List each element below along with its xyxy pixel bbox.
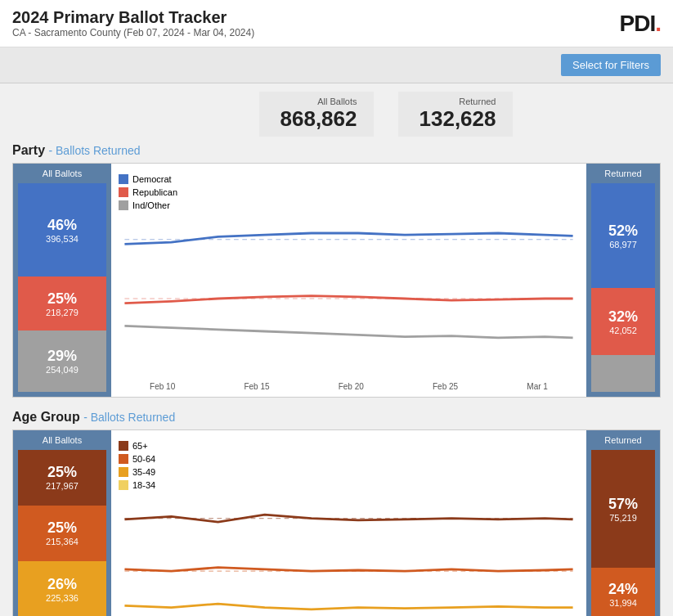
age-ret-50-segment[interactable]: 24% 31,994 <box>591 568 655 616</box>
x-label-feb15: Feb 15 <box>244 382 269 391</box>
age65-legend-label: 65+ <box>132 441 148 451</box>
age-legend-18: 18-34 <box>119 480 579 490</box>
party-dem-count: 396,534 <box>46 234 79 244</box>
page-title: 2024 Primary Ballot Tracker <box>12 8 254 27</box>
filter-bar: Select for Filters <box>0 47 673 83</box>
age-65-segment[interactable]: 25% 217,967 <box>18 450 106 506</box>
age-ret-65-segment[interactable]: 57% 75,219 <box>591 450 655 568</box>
rep-legend-dot <box>119 187 128 197</box>
x-label-feb25: Feb 25 <box>433 382 458 391</box>
logo-dot: . <box>655 11 661 36</box>
party-svg-wrapper <box>115 217 582 380</box>
age-ret-50-count: 31,994 <box>609 598 637 608</box>
party-dem-segment[interactable]: 46% 396,534 <box>18 183 106 277</box>
party-ret-rep-pct: 32% <box>608 308 638 326</box>
age-legend-35: 35-49 <box>119 467 579 477</box>
age18-legend-dot <box>119 480 128 490</box>
all-ballots-label: All Ballots <box>276 97 357 106</box>
x-label-mar1: Mar 1 <box>527 382 548 391</box>
returned-value: 132,628 <box>415 106 496 132</box>
age50-legend-label: 50-64 <box>132 454 155 464</box>
returned-label: Returned <box>415 97 496 106</box>
ind-legend-dot <box>119 200 128 210</box>
rep-legend-label: Republican <box>132 187 177 197</box>
age-50-count: 215,364 <box>46 537 79 546</box>
age65-legend-dot <box>119 441 128 451</box>
party-ret-rep-segment[interactable]: 32% 42,052 <box>591 288 655 355</box>
age-ret-50-pct: 24% <box>608 581 638 598</box>
party-line-chart <box>115 217 582 380</box>
page-subtitle: CA - Sacramento County (Feb 07, 2024 - M… <box>12 27 254 38</box>
age35-legend-dot <box>119 467 128 477</box>
party-section: Party - Ballots Returned All Ballots 46%… <box>12 143 661 398</box>
party-rep-segment[interactable]: 25% 218,279 <box>18 277 106 330</box>
party-ind-pct: 29% <box>47 348 77 365</box>
age-35-count: 225,336 <box>46 593 79 603</box>
age18-legend-label: 18-34 <box>132 480 155 490</box>
age-left-bar: All Ballots 25% 217,967 25% 215,364 26% … <box>13 430 111 616</box>
age50-legend-dot <box>119 454 128 464</box>
party-right-bar: Returned 52% 68,977 32% 42,052 <box>586 164 660 397</box>
party-ind-count: 254,049 <box>46 365 79 375</box>
age-ret-65-pct: 57% <box>608 496 638 513</box>
party-ret-dem-segment[interactable]: 52% 68,977 <box>591 183 655 288</box>
age-ret-65-count: 75,219 <box>609 513 637 523</box>
age-svg-wrapper <box>115 497 582 616</box>
party-legend: Democrat Republican Ind/Other <box>115 168 582 217</box>
all-ballots-summary: All Ballots 868,862 <box>259 92 374 137</box>
party-all-ballots-title: All Ballots <box>18 169 106 178</box>
age-line-chart <box>115 497 582 616</box>
returned-summary: Returned 132,628 <box>398 92 513 137</box>
party-rep-pct: 25% <box>47 290 77 308</box>
ind-legend-label: Ind/Other <box>132 200 170 210</box>
age-legend: 65+ 50-64 35-49 18-34 <box>115 434 582 497</box>
age-35-pct: 26% <box>47 576 77 593</box>
main-content: All Ballots 868,862 Returned 132,628 Par… <box>0 83 673 616</box>
dem-legend-dot <box>119 174 128 184</box>
party-chart-container: All Ballots 46% 396,534 25% 218,279 29% … <box>12 163 661 398</box>
x-label-feb20: Feb 20 <box>339 382 364 391</box>
age-50-pct: 25% <box>47 519 77 537</box>
summary-row: All Ballots 868,862 Returned 132,628 <box>110 92 661 137</box>
page-header: 2024 Primary Ballot Tracker CA - Sacrame… <box>0 0 673 47</box>
header-title-block: 2024 Primary Ballot Tracker CA - Sacrame… <box>12 8 254 38</box>
age-all-ballots-title: All Ballots <box>18 435 106 445</box>
party-ind-segment[interactable]: 29% 254,049 <box>18 330 106 392</box>
party-chart-area: Democrat Republican Ind/Other <box>111 164 586 397</box>
party-rep-count: 218,279 <box>46 308 79 317</box>
x-label-feb10: Feb 10 <box>150 382 175 391</box>
party-returned-title: Returned <box>591 169 655 178</box>
age-35-segment[interactable]: 26% 225,336 <box>18 561 106 617</box>
party-ret-dem-pct: 52% <box>608 223 638 240</box>
age35-legend-label: 35-49 <box>132 467 155 477</box>
age-legend-50: 50-64 <box>119 454 579 464</box>
party-legend-ind: Ind/Other <box>119 200 579 210</box>
age-65-pct: 25% <box>47 464 77 481</box>
select-filters-button[interactable]: Select for Filters <box>561 54 661 76</box>
party-legend-rep: Republican <box>119 187 579 197</box>
age-chart-area: 65+ 50-64 35-49 18-34 <box>111 430 586 616</box>
age-section: Age Group - Ballots Returned All Ballots… <box>12 410 661 616</box>
dem-legend-label: Democrat <box>132 174 172 184</box>
party-ret-ind-segment[interactable] <box>591 355 655 392</box>
party-section-title: Party - Ballots Returned <box>12 143 661 158</box>
age-right-bar: Returned 57% 75,219 24% 31,994 <box>586 430 660 616</box>
party-ret-dem-count: 68,977 <box>609 240 637 250</box>
party-legend-dem: Democrat <box>119 174 579 184</box>
age-legend-65: 65+ <box>119 441 579 451</box>
age-chart-container: All Ballots 25% 217,967 25% 215,364 26% … <box>12 429 661 616</box>
party-dem-pct: 46% <box>47 217 77 234</box>
age-50-segment[interactable]: 25% 215,364 <box>18 506 106 561</box>
party-x-labels: Feb 10 Feb 15 Feb 20 Feb 25 Mar 1 <box>115 380 582 393</box>
age-returned-title: Returned <box>591 435 655 445</box>
all-ballots-value: 868,862 <box>276 106 357 132</box>
pdi-logo: PDI. <box>620 11 661 37</box>
age-65-count: 217,967 <box>46 481 79 491</box>
party-left-bar: All Ballots 46% 396,534 25% 218,279 29% … <box>13 164 111 397</box>
age-section-title: Age Group - Ballots Returned <box>12 410 661 425</box>
party-ret-rep-count: 42,052 <box>609 326 637 335</box>
